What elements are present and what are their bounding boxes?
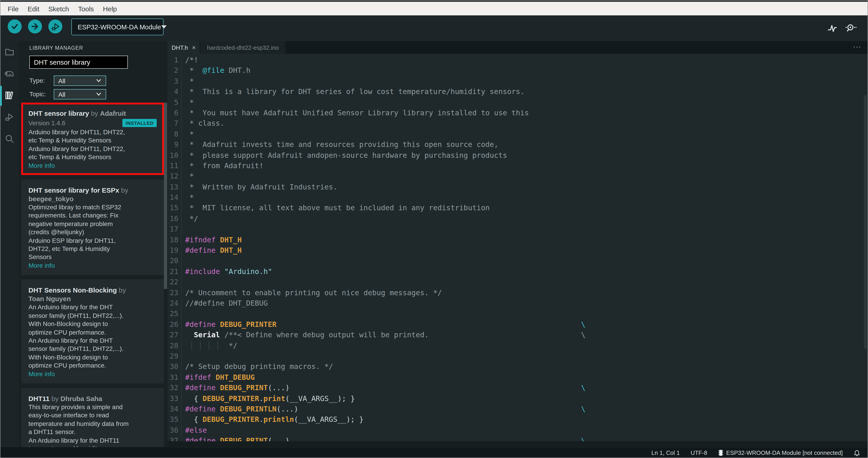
library-item[interactable]: DHT sensor library by AdafruitVersion 1.… xyxy=(21,103,164,175)
board-selector[interactable]: ESP32-WROOM-DA Module xyxy=(71,19,163,35)
line-number: 26 xyxy=(167,319,182,330)
library-item-description: This library provides a simple and xyxy=(28,403,157,411)
editor-scrollbar[interactable] xyxy=(864,95,867,349)
sidebar-item-boards-manager[interactable] xyxy=(0,63,19,85)
menu-help[interactable]: Help xyxy=(98,5,122,12)
line-number: 3 xyxy=(167,76,182,87)
code-line: 15 * MIT license, all text above must be… xyxy=(167,203,868,213)
code-line: 8 * xyxy=(167,128,868,139)
library-item[interactable]: DHT Sensors Non-Blocking by Toan NguyenA… xyxy=(21,280,164,383)
panel-title: LIBRARY MANAGER xyxy=(29,45,83,51)
library-item-description: With Non-Blocking design to xyxy=(28,320,157,328)
line-number: 9 xyxy=(167,139,182,150)
library-item-description: optimize CPU performance. xyxy=(28,361,157,370)
folder-icon xyxy=(4,47,15,57)
line-number: 16 xyxy=(167,213,182,224)
library-item-description: sensor family (DHT11, DHT22,...). xyxy=(28,311,157,320)
close-icon[interactable]: × xyxy=(192,44,195,51)
sidebar-item-debug[interactable] xyxy=(0,106,19,128)
cursor-position: Ln 1, Col 1 xyxy=(651,450,680,456)
serial-monitor-button[interactable] xyxy=(844,23,857,33)
board-status: ESP32-WROOM-DA Module [not connected] xyxy=(718,450,843,456)
active-tab-indicator xyxy=(0,86,2,106)
code-line: 36#else xyxy=(167,425,868,435)
library-item[interactable]: DHT11 by Dhruba SahaThis library provide… xyxy=(21,388,164,447)
library-item-description: Sensors xyxy=(28,253,157,261)
line-number: 4 xyxy=(167,86,182,97)
line-number: 36 xyxy=(167,425,182,435)
sidebar-item-search[interactable] xyxy=(0,128,19,150)
line-number: 29 xyxy=(167,351,182,362)
code-area[interactable]: 1/*!2 * @file DHT.h3 *4 * This is a libr… xyxy=(167,54,868,441)
line-number: 7 xyxy=(167,118,182,129)
line-number: 15 xyxy=(167,203,182,213)
tab-overflow-menu-icon[interactable]: ··· xyxy=(853,42,861,50)
library-item-description: An Arduino library for the DHT11 xyxy=(28,436,157,445)
line-number: 12 xyxy=(167,171,182,182)
toolbar: ESP32-WROOM-DA Module xyxy=(0,16,868,41)
line-number: 8 xyxy=(167,128,182,139)
code-line: 7 * class. xyxy=(167,118,868,129)
topic-filter-label: Topic: xyxy=(29,90,46,98)
menu-sketch[interactable]: Sketch xyxy=(44,5,73,12)
bell-icon[interactable] xyxy=(854,449,860,456)
library-item-title: DHT sensor library for ESPx by beegee_to… xyxy=(28,186,157,203)
code-line: 27 Serial /**< Define where debug output… xyxy=(167,330,868,340)
serial-plotter-icon xyxy=(827,23,838,33)
verify-button[interactable] xyxy=(8,20,22,33)
library-item[interactable]: DHT sensor library for ESPx by beegee_to… xyxy=(21,179,164,275)
code-line: 18#ifndef DHT_H xyxy=(167,234,868,245)
menu-tools[interactable]: Tools xyxy=(73,5,98,12)
code-line: 6 * You must have Adafruit Unified Senso… xyxy=(167,108,868,118)
library-item-description: An Arduino library for the DHT xyxy=(28,303,157,312)
encoding: UTF-8 xyxy=(690,450,707,456)
arduino-ide-window: FileEditSketchToolsHelp ESP32-WROOM-DA M… xyxy=(0,0,868,458)
code-line: 31#ifdef DHT_DEBUG xyxy=(167,372,868,382)
start-debugging-icon xyxy=(50,22,60,31)
library-item-description: DHT22, etc Temp & Humidity xyxy=(28,245,157,253)
code-line: 22 xyxy=(167,277,868,287)
library-item-description: easy-to-use interface to read xyxy=(28,411,157,420)
line-number: 22 xyxy=(167,277,182,287)
topic-filter-select[interactable]: All xyxy=(54,89,106,99)
line-number: 2 xyxy=(167,65,182,76)
library-manager-panel: LIBRARY MANAGER Type: All Topic: All DHT… xyxy=(19,41,167,447)
library-list: DHT sensor library by AdafruitVersion 1.… xyxy=(21,103,164,447)
library-item-title: DHT11 by Dhruba Saha xyxy=(28,394,157,403)
panel-scrollbar[interactable] xyxy=(164,103,167,289)
code-line: 9 * Adafruit invests time and resources … xyxy=(167,139,868,150)
serial-plotter-button[interactable] xyxy=(827,23,838,33)
upload-button[interactable] xyxy=(28,20,42,33)
code-line: 30/* Setup debug printing macros. */ xyxy=(167,362,868,372)
line-number: 34 xyxy=(167,404,182,414)
line-number: 17 xyxy=(167,224,182,235)
tab-dht-h[interactable]: DHT.h × xyxy=(167,41,200,54)
code-line: 23/* Uncomment to enable printing out ni… xyxy=(167,287,868,298)
line-number: 33 xyxy=(167,393,182,404)
library-search-input[interactable] xyxy=(29,56,128,69)
more-info-link[interactable]: More info xyxy=(28,261,55,270)
chevron-down-icon xyxy=(96,78,102,84)
editor-tabbar: DHT.h × hardcoded-dht22-esp32.ino ··· xyxy=(167,41,868,54)
menu-file[interactable]: File xyxy=(3,5,23,12)
line-number: 24 xyxy=(167,298,182,309)
tab-sketch-ino[interactable]: hardcoded-dht22-esp32.ino xyxy=(200,41,286,54)
editor[interactable]: DHT.h × hardcoded-dht22-esp32.ino ··· 1/… xyxy=(167,41,868,447)
library-item-description: (credits @helijunky) xyxy=(28,228,157,236)
menu-edit[interactable]: Edit xyxy=(23,5,44,12)
library-item-description: Arduino library for DHT11, DHT22, xyxy=(28,128,157,136)
verify-check-icon xyxy=(10,22,20,31)
chip-icon xyxy=(718,450,723,456)
chevron-down-icon xyxy=(161,25,166,28)
sidebar-item-library-manager[interactable] xyxy=(0,85,19,106)
line-number: 14 xyxy=(167,192,182,203)
more-info-link[interactable]: More info xyxy=(28,370,55,378)
code-line: 29 xyxy=(167,351,868,362)
more-info-link[interactable]: More info xyxy=(28,161,55,170)
debug-button[interactable] xyxy=(48,20,62,33)
type-filter-select[interactable]: All xyxy=(54,76,106,86)
library-item-description: Arduino ESP library for DHT11, xyxy=(28,236,157,245)
board-selector-label: ESP32-WROOM-DA Module xyxy=(78,23,161,30)
line-number: 11 xyxy=(167,161,182,171)
sidebar-item-sketchbook[interactable] xyxy=(0,41,19,63)
